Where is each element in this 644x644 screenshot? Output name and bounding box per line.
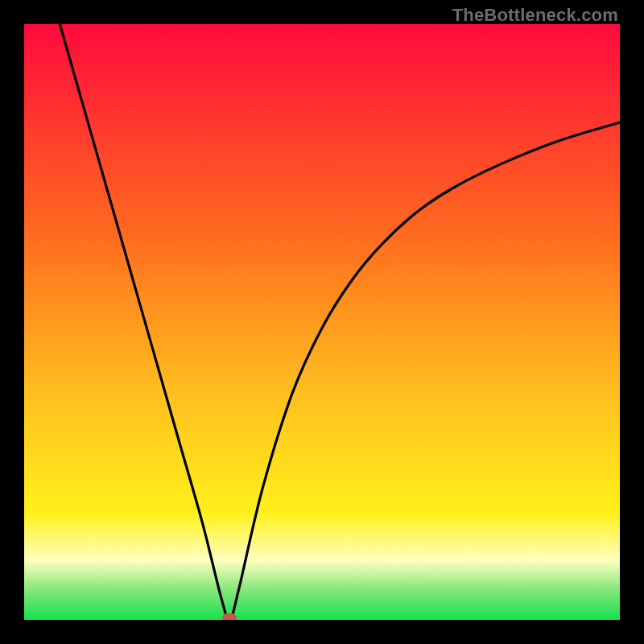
- plot-area: [24, 24, 620, 620]
- bottleneck-curve: [24, 24, 620, 620]
- chart-frame: TheBottleneck.com: [0, 0, 644, 644]
- minimum-marker: [222, 613, 237, 620]
- watermark-label: TheBottleneck.com: [452, 5, 618, 26]
